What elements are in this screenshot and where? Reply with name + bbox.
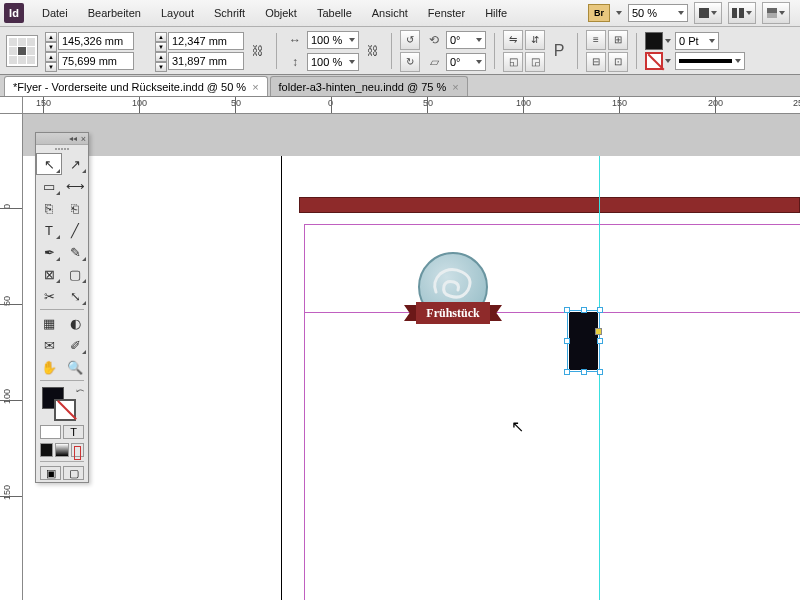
align-button-3[interactable]: ⊟ bbox=[586, 52, 606, 72]
constrain-wh-icon[interactable]: ⛓ bbox=[248, 41, 268, 61]
flip-h-button[interactable]: ⇋ bbox=[503, 30, 523, 50]
horizontal-ruler[interactable]: 150 100 50 0 50 100 150 200 250 bbox=[23, 97, 800, 114]
pencil-tool[interactable]: ✎ bbox=[62, 241, 88, 263]
rectangle-tool[interactable]: ▢ bbox=[62, 263, 88, 285]
gradient-feather-tool[interactable]: ◐ bbox=[62, 312, 88, 334]
note-tool[interactable]: ✉ bbox=[36, 334, 62, 356]
apply-to-text-button[interactable]: T bbox=[63, 425, 84, 439]
screen-mode-button[interactable] bbox=[694, 2, 722, 24]
close-icon[interactable]: × bbox=[252, 81, 258, 93]
x-field[interactable]: ▲▼145,326 mm bbox=[58, 32, 134, 50]
control-bar: X:▲▼145,326 mm Y:▲▼75,699 mm B:▲▼12,347 … bbox=[0, 27, 800, 75]
shear-field[interactable]: 0° bbox=[446, 53, 486, 71]
scale-y-icon: ↕ bbox=[285, 52, 305, 72]
type-tool[interactable]: T bbox=[36, 219, 62, 241]
scale-x-field[interactable]: 100 % bbox=[307, 31, 359, 49]
p-indicator-icon: P bbox=[549, 41, 569, 61]
height-field[interactable]: ▲▼31,897 mm bbox=[168, 52, 244, 70]
stroke-dropdown-icon[interactable] bbox=[665, 59, 671, 63]
page-tool[interactable]: ▭ bbox=[36, 175, 62, 197]
preview-view-button[interactable]: ▢ bbox=[63, 466, 84, 480]
menu-schrift[interactable]: Schrift bbox=[204, 0, 255, 27]
document-canvas[interactable]: Frühstück ↖ bbox=[23, 114, 800, 600]
fill-swatch[interactable] bbox=[645, 32, 663, 50]
gradient-swatch-tool[interactable]: ▦ bbox=[36, 312, 62, 334]
color-mode-gradient[interactable] bbox=[55, 443, 68, 457]
content-placer-tool[interactable]: ⎗ bbox=[62, 197, 88, 219]
direct-selection-tool[interactable]: ↗ bbox=[62, 153, 88, 175]
panel-grip[interactable] bbox=[36, 145, 88, 153]
rotate-cw-button[interactable]: ↻ bbox=[400, 52, 420, 72]
stroke-style-field[interactable] bbox=[675, 52, 745, 70]
arrange-documents-button[interactable] bbox=[728, 2, 756, 24]
line-tool[interactable]: ╱ bbox=[62, 219, 88, 241]
menu-bearbeiten[interactable]: Bearbeiten bbox=[78, 0, 151, 27]
bridge-dropdown-icon[interactable] bbox=[616, 11, 622, 15]
page-edge bbox=[281, 156, 282, 600]
rectangle-frame-tool[interactable]: ⊠ bbox=[36, 263, 62, 285]
rotate-field[interactable]: 0° bbox=[446, 31, 486, 49]
menu-layout[interactable]: Layout bbox=[151, 0, 204, 27]
panel-header[interactable]: ◂◂× bbox=[36, 133, 88, 145]
menu-datei[interactable]: Datei bbox=[32, 0, 78, 27]
scale-y-field[interactable]: 100 % bbox=[307, 53, 359, 71]
flip-v-button[interactable]: ⇵ bbox=[525, 30, 545, 50]
menu-tabelle[interactable]: Tabelle bbox=[307, 0, 362, 27]
menu-objekt[interactable]: Objekt bbox=[255, 0, 307, 27]
vertical-ruler[interactable]: 0 50 100 150 bbox=[0, 114, 23, 600]
bridge-button[interactable]: Br bbox=[588, 4, 610, 22]
menu-ansicht[interactable]: Ansicht bbox=[362, 0, 418, 27]
pasteboard bbox=[23, 114, 800, 156]
apply-to-container-button[interactable] bbox=[40, 425, 61, 439]
stroke-color-swatch[interactable] bbox=[54, 399, 76, 421]
rotate-icon: ⟲ bbox=[424, 30, 444, 50]
eyedropper-tool[interactable]: ✐ bbox=[62, 334, 88, 356]
anchor-point[interactable] bbox=[595, 328, 602, 335]
horizontal-guide[interactable] bbox=[304, 312, 800, 313]
close-icon[interactable]: × bbox=[81, 134, 86, 144]
free-transform-tool[interactable]: ⤡ bbox=[62, 285, 88, 307]
align-button-1[interactable]: ≡ bbox=[586, 30, 606, 50]
document-tab-bar: *Flyer - Vorderseite und Rückseite.indd … bbox=[0, 75, 800, 97]
rotate-ccw-button[interactable]: ↺ bbox=[400, 30, 420, 50]
select-content-button[interactable]: ◲ bbox=[525, 52, 545, 72]
tools-panel[interactable]: ◂◂× ↖ ↗ ▭ ⟷ ⎘ ⎗ T ╱ ✒ ✎ ⊠ ▢ ✂ ⤡ ▦ ◐ ✉ ✐ … bbox=[35, 132, 89, 483]
stroke-weight-field[interactable]: 0 Pt bbox=[675, 32, 719, 50]
reference-point[interactable] bbox=[6, 35, 38, 67]
constrain-scale-icon[interactable]: ⛓ bbox=[363, 41, 383, 61]
color-mode-none[interactable] bbox=[71, 443, 84, 457]
align-button-4[interactable]: ⊡ bbox=[608, 52, 628, 72]
fill-dropdown-icon[interactable] bbox=[665, 39, 671, 43]
tab-flyer[interactable]: *Flyer - Vorderseite und Rückseite.indd … bbox=[4, 76, 268, 96]
menu-hilfe[interactable]: Hilfe bbox=[475, 0, 517, 27]
width-field[interactable]: ▲▼12,347 mm bbox=[168, 32, 244, 50]
align-button-2[interactable]: ⊞ bbox=[608, 30, 628, 50]
color-mode-solid[interactable] bbox=[40, 443, 53, 457]
scale-x-icon: ↔ bbox=[285, 30, 305, 50]
close-icon[interactable]: × bbox=[452, 81, 458, 93]
normal-view-button[interactable]: ▣ bbox=[40, 466, 61, 480]
hand-tool[interactable]: ✋ bbox=[36, 356, 62, 378]
stroke-swatch[interactable] bbox=[645, 52, 663, 70]
y-field[interactable]: ▲▼75,699 mm bbox=[58, 52, 134, 70]
zoom-tool[interactable]: 🔍 bbox=[62, 356, 88, 378]
selected-object[interactable] bbox=[567, 310, 600, 372]
select-container-button[interactable]: ◱ bbox=[503, 52, 523, 72]
selection-tool[interactable]: ↖ bbox=[36, 153, 62, 175]
content-collector-tool[interactable]: ⎘ bbox=[36, 197, 62, 219]
ruler-origin[interactable] bbox=[0, 97, 23, 114]
zoom-level-field[interactable]: 50 % bbox=[628, 4, 688, 22]
red-header-band[interactable] bbox=[299, 197, 800, 213]
workspace-button[interactable] bbox=[762, 2, 790, 24]
gap-tool[interactable]: ⟷ bbox=[62, 175, 88, 197]
fruehstueck-badge[interactable]: Frühstück bbox=[408, 252, 498, 342]
scissors-tool[interactable]: ✂ bbox=[36, 285, 62, 307]
tab-folder[interactable]: folder-a3-hinten_neu.indd @ 75 %× bbox=[270, 76, 468, 96]
swap-colors-icon[interactable]: ⤺ bbox=[76, 385, 84, 396]
fill-stroke-swatch[interactable]: ⤺ bbox=[36, 383, 88, 423]
pen-tool[interactable]: ✒ bbox=[36, 241, 62, 263]
badge-swirl-icon bbox=[430, 264, 476, 302]
column-guide[interactable] bbox=[599, 156, 600, 600]
collapse-icon[interactable]: ◂◂ bbox=[69, 134, 77, 143]
menu-fenster[interactable]: Fenster bbox=[418, 0, 475, 27]
